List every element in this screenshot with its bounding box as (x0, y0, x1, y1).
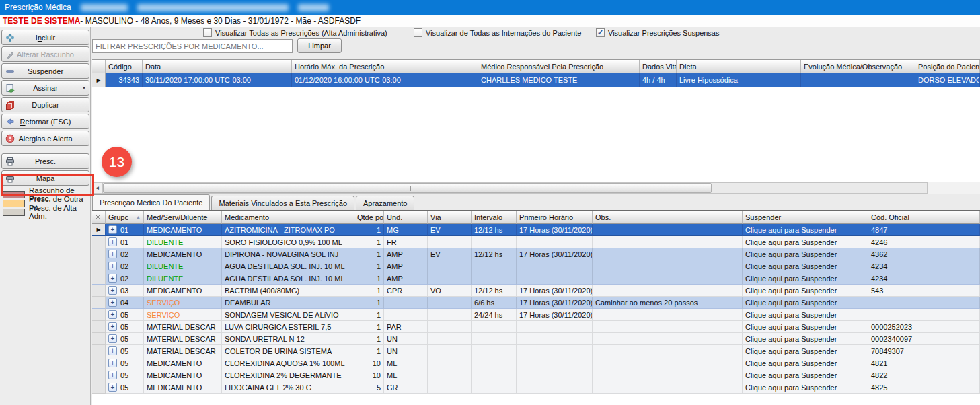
suspend-link[interactable]: Clique aqui para Suspender (743, 309, 868, 321)
column-header[interactable] (92, 211, 106, 224)
suspend-link[interactable]: Clique aqui para Suspender (743, 248, 868, 260)
column-header[interactable]: Obs. (593, 211, 743, 224)
table-row[interactable]: +05SERVIÇOSONDAGEM VESICAL DE ALíVIO124/… (92, 309, 980, 321)
expand-row-button[interactable]: + (108, 371, 117, 379)
column-header[interactable]: Primeiro Horário (517, 211, 593, 224)
column-header[interactable]: Medicamento (222, 211, 354, 224)
sidebar-button-suspender[interactable]: Suspender (1, 63, 89, 79)
hscrollbar-thumb[interactable] (103, 183, 712, 193)
sidebar: IncluirAlterar RascunhoSuspenderAssinar▼… (0, 27, 91, 405)
sidebar-button-incluir[interactable]: Incluir (1, 30, 89, 45)
expand-row-button[interactable]: + (108, 383, 117, 392)
suspend-link[interactable]: Clique aqui para Suspender (743, 285, 868, 297)
expand-row-button[interactable]: + (108, 237, 117, 246)
table-row[interactable]: +05MATERIAL DESCARLUVA CIRURGICA ESTERIL… (92, 321, 980, 333)
suspend-link[interactable]: Clique aqui para Suspender (743, 345, 868, 357)
hscrollbar-track[interactable] (102, 182, 928, 194)
sidebar-button-mapa[interactable]: Mapa (1, 170, 89, 186)
expand-row-button[interactable]: + (108, 298, 117, 307)
column-header[interactable]: Suspender (743, 211, 868, 224)
tab-materiais-vinculados-a-esta-prescri-o[interactable]: Materiais Vinculados a Esta Prescrição (211, 196, 354, 210)
checkbox-option[interactable]: Visualizar Todas as Prescrições (Alta Ad… (203, 28, 387, 37)
app-window: Prescrição Médica TESTE DE SISTEMA - MAS… (0, 0, 980, 405)
table-row[interactable]: +05MATERIAL DESCARCOLETOR DE URINA SISTE… (92, 345, 980, 357)
suspend-link[interactable]: Clique aqui para Suspender (743, 381, 868, 394)
table-row[interactable]: +05MEDICAMENTOCLOREXIDINA AQUOSA 1% 100M… (92, 357, 980, 369)
suspend-link[interactable]: Clique aqui para Suspender (743, 236, 868, 248)
column-header[interactable]: Médico Responsável Pela Prescrição (478, 60, 640, 73)
clear-filter-button[interactable]: Limpar (297, 38, 342, 53)
sidebar-button-duplicar[interactable]: Duplicar (1, 97, 89, 112)
table-row[interactable]: +01DILUENTESORO FISIOLOGICO 0,9% 100 ML1… (92, 236, 980, 248)
suspend-link[interactable]: Clique aqui para Suspender (743, 224, 868, 236)
table-row[interactable]: +02DILUENTEAGUA DESTILADA SOL. INJ. 10 M… (92, 260, 980, 272)
sidebar-button-assinar[interactable]: Assinar▼ (1, 80, 89, 96)
table-row[interactable]: +03MEDICAMENTOBACTRIM (400/80MG)1CPRVO12… (92, 285, 980, 297)
tab-aprazamento[interactable]: Aprazamento (356, 196, 414, 210)
scroll-left-button[interactable]: ◄ (92, 182, 102, 194)
cell-via (428, 357, 472, 369)
checked-checkbox-icon[interactable]: ✓ (596, 28, 605, 37)
tab-prescri-o-m-dica-do-paciente[interactable]: Prescrição Médica Do Paciente (92, 194, 210, 210)
suspend-link[interactable]: Clique aqui para Suspender (743, 321, 868, 333)
sidebar-button-retornar-esc[interactable]: Retornar (ESC) (1, 114, 89, 129)
column-header[interactable]: Qtde por Hc (354, 211, 384, 224)
suspend-link[interactable]: Clique aqui para Suspender (743, 357, 868, 369)
table-row[interactable]: ▶3434330/11/2020 17:00:00 UTC-03:0001/12… (92, 73, 980, 87)
checkbox-option[interactable]: ✓Visualizar Prescrições Suspensas (596, 28, 719, 37)
column-header[interactable]: Grupc▲ (106, 211, 144, 224)
cell-obs: Caminhar ao menos 20 passos (593, 297, 743, 309)
column-header[interactable]: Data (143, 60, 292, 73)
expand-row-button[interactable]: + (108, 250, 117, 258)
sidebar-button-alergias-e-alerta[interactable]: Alergias e Alerta (1, 131, 89, 146)
sidebar-button-presc[interactable]: Presc. (1, 153, 89, 169)
annotation-badge: 13 (102, 147, 132, 177)
column-header[interactable]: Posição do Paciente (915, 60, 980, 73)
cell-cod-oficial: 4234 (868, 260, 980, 272)
table-row[interactable]: +05MEDICAMENTOLIDOCAINA GEL 2% 30 G5GRCl… (92, 381, 980, 394)
medication-filter-input[interactable] (92, 39, 293, 53)
column-header[interactable]: Med/Serv/Diluente (144, 211, 222, 224)
column-header[interactable]: Dados Vitais (640, 60, 677, 73)
grupo-value: 05 (120, 359, 128, 367)
expand-row-button[interactable]: + (108, 274, 117, 283)
cell-intervalo (472, 272, 517, 285)
cell-und: ML (384, 369, 428, 381)
checkbox-option[interactable]: Visualizar de Todas as Internações do Pa… (414, 28, 581, 37)
table-row[interactable]: +02DILUENTEAGUA DESTILADA SOL. INJ. 10 M… (92, 272, 980, 285)
table-row[interactable]: +05MATERIAL DESCARSONDA URETRAL N 121UNC… (92, 333, 980, 345)
cell-intervalo: 12/12 hs (472, 224, 517, 236)
column-header[interactable]: Cód. Oficial (868, 211, 980, 224)
suspend-link[interactable]: Clique aqui para Suspender (743, 297, 868, 309)
expand-row-button[interactable]: + (108, 346, 117, 355)
column-header[interactable]: Intervalo (472, 211, 517, 224)
expand-row-button[interactable]: + (108, 310, 117, 319)
suspend-link[interactable]: Clique aqui para Suspender (743, 272, 868, 285)
expand-row-button[interactable]: + (108, 286, 117, 295)
column-header[interactable] (92, 60, 106, 73)
expand-row-button[interactable]: + (108, 359, 117, 367)
table-row[interactable]: +05MEDICAMENTOCLOREXIDINA 2% DEGERMANTE1… (92, 369, 980, 381)
column-header[interactable]: Via (428, 211, 472, 224)
cell-obs (593, 272, 743, 285)
column-header[interactable]: Dieta (677, 60, 801, 73)
column-header[interactable]: Evolução Médica/Observação (801, 60, 915, 73)
expand-row-button[interactable]: + (108, 334, 117, 343)
cell-grupo: +05 (106, 309, 144, 321)
table-row[interactable]: ▶+01MEDICAMENTOAZITROMICINA - ZITROMAX P… (92, 224, 980, 236)
expand-row-button[interactable]: + (108, 262, 117, 270)
dropdown-arrow-icon[interactable]: ▼ (79, 81, 89, 95)
expand-row-button[interactable]: + (108, 225, 117, 234)
column-header[interactable]: Código (106, 60, 143, 73)
suspend-link[interactable]: Clique aqui para Suspender (743, 260, 868, 272)
expand-row-button[interactable]: + (108, 322, 117, 331)
column-header[interactable]: Und. (384, 211, 428, 224)
table-row[interactable]: +04SERVIÇODEAMBULAR16/6 hs17 Horas (30/1… (92, 297, 980, 309)
column-header[interactable]: Horário Máx. da Prescrição (292, 60, 478, 73)
table-row[interactable]: +02MEDICAMENTODIPIRONA - NOVALGINA SOL I… (92, 248, 980, 260)
suspend-link[interactable]: Clique aqui para Suspender (743, 333, 868, 345)
cell-primeiro-horario: 17 Horas (30/11/2020) (517, 248, 593, 260)
unchecked-checkbox-icon[interactable] (414, 28, 422, 37)
suspend-link[interactable]: Clique aqui para Suspender (743, 369, 868, 381)
unchecked-checkbox-icon[interactable] (203, 28, 212, 37)
